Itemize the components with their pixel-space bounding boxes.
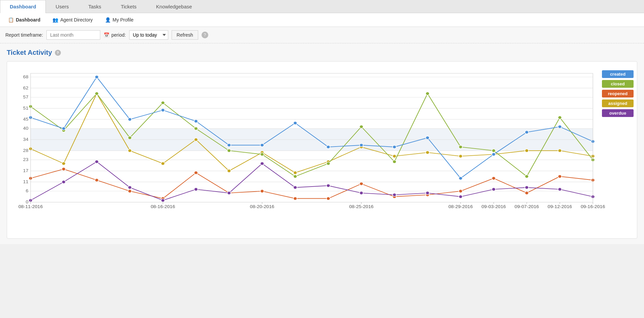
svg-point-76: [459, 190, 462, 193]
svg-text:34: 34: [23, 137, 29, 142]
tab-dashboard[interactable]: Dashboard: [0, 0, 46, 13]
svg-text:51: 51: [23, 106, 29, 111]
tab-knowledgebase[interactable]: Knowledgebase: [146, 0, 202, 13]
svg-point-89: [293, 186, 297, 189]
svg-point-65: [95, 178, 99, 182]
svg-text:57: 57: [23, 95, 29, 100]
chart-area: 06111723283440455157626808-11-201608-16-…: [10, 67, 597, 235]
svg-point-32: [194, 138, 198, 142]
period-icon: 📅 period:: [104, 32, 126, 38]
svg-point-92: [393, 193, 396, 197]
svg-point-94: [459, 195, 462, 198]
svg-point-55: [360, 125, 363, 128]
svg-point-108: [326, 145, 330, 149]
svg-point-51: [227, 149, 231, 152]
svg-text:23: 23: [23, 157, 29, 162]
svg-point-109: [360, 144, 363, 147]
svg-point-48: [128, 136, 132, 140]
period-select[interactable]: Up to today Last 7 days Last 30 days Cus…: [129, 30, 168, 40]
svg-point-83: [95, 160, 99, 163]
svg-point-85: [161, 199, 165, 202]
svg-text:08-20-2016: 08-20-2016: [250, 204, 274, 209]
svg-point-50: [194, 127, 198, 130]
svg-point-38: [393, 155, 396, 158]
refresh-button[interactable]: Refresh: [172, 30, 198, 40]
svg-text:08-16-2016: 08-16-2016: [151, 204, 175, 209]
svg-point-88: [260, 162, 264, 165]
svg-point-105: [227, 144, 231, 147]
svg-point-57: [426, 92, 429, 95]
svg-point-30: [128, 149, 132, 152]
svg-point-103: [161, 109, 165, 112]
svg-point-96: [525, 186, 529, 189]
chart-container: 06111723283440455157626808-11-201608-16-…: [7, 61, 637, 239]
tab-tasks[interactable]: Tasks: [79, 0, 111, 13]
legend-closed: closed: [602, 80, 634, 88]
svg-point-31: [161, 162, 165, 165]
subnav-my-profile[interactable]: 👤 My Profile: [102, 16, 136, 24]
subnav-my-profile-label: My Profile: [113, 17, 134, 23]
svg-point-73: [360, 182, 363, 186]
svg-text:09-03-2016: 09-03-2016: [481, 204, 506, 209]
toolbar-help-icon[interactable]: ?: [202, 32, 208, 38]
dashboard-icon: 📋: [8, 17, 14, 23]
tab-users[interactable]: Users: [46, 0, 78, 13]
section-title: Ticket Activity ?: [7, 49, 637, 56]
svg-point-102: [128, 118, 132, 121]
legend-reopened: reopened: [602, 90, 634, 97]
svg-point-111: [426, 136, 429, 140]
svg-point-91: [360, 191, 363, 195]
svg-text:08-11-2016: 08-11-2016: [19, 204, 43, 209]
svg-point-82: [62, 180, 66, 184]
svg-text:09-16-2016: 09-16-2016: [581, 204, 605, 209]
sub-nav: 📋 Dashboard 👥 Agent Directory 👤 My Profi…: [0, 13, 644, 27]
svg-point-64: [62, 167, 66, 171]
tab-tickets[interactable]: Tickets: [111, 0, 146, 13]
svg-point-101: [95, 75, 99, 79]
chart-svg: 06111723283440455157626808-11-201608-16-…: [10, 67, 597, 222]
svg-text:11: 11: [23, 180, 29, 184]
legend-assigned: assigned: [602, 100, 634, 107]
svg-point-86: [194, 188, 198, 191]
svg-point-61: [558, 116, 562, 119]
main-content: Ticket Activity ? 0611172328344045515762…: [0, 43, 644, 244]
svg-text:45: 45: [23, 117, 29, 122]
svg-point-35: [293, 171, 297, 174]
svg-point-59: [492, 149, 496, 152]
svg-point-113: [492, 153, 496, 156]
svg-point-68: [194, 171, 198, 174]
subnav-agent-directory[interactable]: 👥 Agent Directory: [50, 16, 95, 24]
svg-point-52: [260, 153, 264, 156]
svg-point-78: [525, 191, 529, 195]
subnav-dashboard-label: Dashboard: [16, 17, 40, 23]
svg-point-115: [558, 125, 562, 128]
svg-point-110: [393, 145, 396, 149]
svg-point-43: [558, 149, 562, 152]
chart-help-icon[interactable]: ?: [55, 50, 61, 56]
svg-point-54: [326, 162, 330, 165]
subnav-dashboard[interactable]: 📋 Dashboard: [5, 16, 43, 24]
subnav-agent-directory-label: Agent Directory: [60, 17, 93, 23]
svg-point-58: [459, 145, 462, 149]
svg-point-79: [558, 175, 562, 178]
svg-text:62: 62: [23, 86, 29, 90]
svg-text:68: 68: [23, 75, 29, 79]
svg-point-97: [558, 188, 562, 191]
svg-point-114: [525, 131, 529, 134]
svg-point-104: [194, 120, 198, 123]
toolbar: Report timeframe: 📅 period: Up to today …: [0, 27, 644, 43]
svg-point-71: [293, 197, 297, 200]
svg-text:40: 40: [23, 126, 29, 131]
svg-point-39: [426, 151, 429, 154]
svg-point-47: [95, 92, 99, 95]
chart-legend: created closed reopened assigned overdue: [597, 67, 634, 235]
svg-point-56: [393, 160, 396, 163]
svg-point-107: [293, 121, 297, 125]
svg-point-90: [326, 184, 330, 187]
svg-point-100: [62, 127, 66, 130]
last-month-input[interactable]: [46, 30, 100, 40]
svg-text:28: 28: [23, 148, 29, 153]
svg-text:09-07-2016: 09-07-2016: [514, 204, 539, 209]
calendar-icon: 📅: [104, 32, 109, 38]
svg-point-84: [128, 186, 132, 189]
